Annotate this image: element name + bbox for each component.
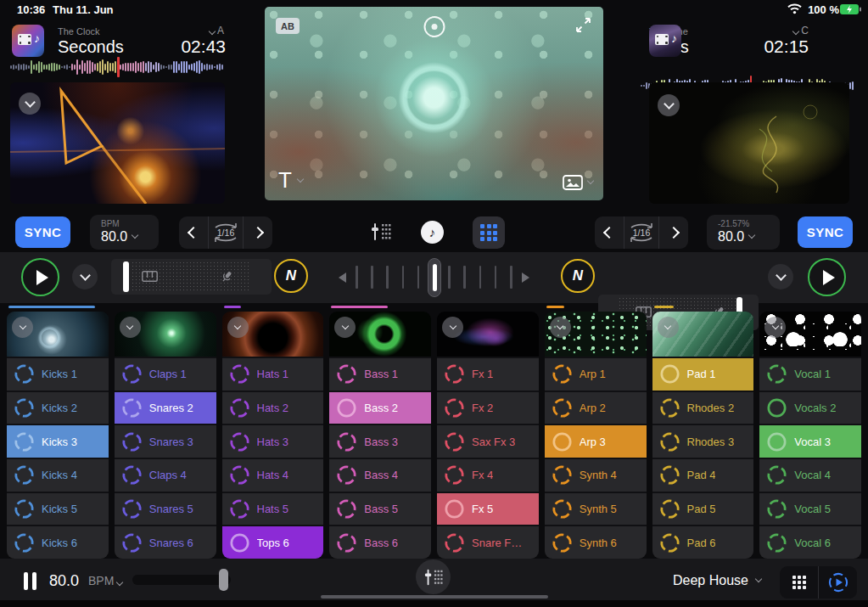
pad-bass-4[interactable]: Bass 4: [329, 459, 431, 492]
deck-a-fx-fader[interactable]: [111, 259, 272, 295]
fx-video-thumbnail[interactable]: [437, 312, 539, 357]
automix-button[interactable]: [819, 566, 857, 599]
deck-a-fx-fader-thumb[interactable]: [123, 261, 129, 292]
pad-tops-6[interactable]: Tops 6: [222, 526, 324, 559]
pad-rhodes-3[interactable]: Rhodes 3: [652, 425, 754, 458]
video-text-tool-button[interactable]: T: [278, 167, 303, 194]
pad-snares-5[interactable]: Snares 5: [115, 493, 216, 526]
master-tempo-slider[interactable]: [132, 575, 231, 585]
deck-b-neural-mix-button[interactable]: N: [561, 259, 595, 293]
deck-a-neural-mix-button[interactable]: N: [274, 259, 308, 293]
pad-vocal-4[interactable]: Vocal 4: [759, 459, 861, 492]
master-pause-button[interactable]: [24, 572, 36, 590]
deck-a-album-art[interactable]: ♪: [12, 25, 44, 57]
pad-vocal-5[interactable]: Vocal 5: [759, 493, 861, 526]
record-target-icon[interactable]: [423, 16, 445, 37]
crossfader[interactable]: [352, 252, 517, 303]
deck-a-video-preview[interactable]: [10, 82, 225, 204]
pad-hats-5[interactable]: Hats 5: [222, 493, 324, 526]
pad-bass-2[interactable]: Bass 2: [329, 392, 431, 424]
pad-kicks-1[interactable]: Kicks 1: [7, 358, 109, 391]
loop-toggle-button[interactable]: 1/16: [209, 216, 243, 249]
column-options-button[interactable]: [227, 317, 249, 338]
pad-fx-2[interactable]: Fx 2: [437, 392, 539, 424]
pad-bass-5[interactable]: Bass 5: [329, 493, 431, 526]
pad-hats-2[interactable]: Hats 2: [222, 392, 324, 424]
pad-arp-3[interactable]: Arp 3: [545, 425, 647, 458]
pad-snares-3[interactable]: Snares 3: [115, 425, 216, 458]
deck-a-selector[interactable]: A: [210, 25, 224, 37]
pad-claps-1[interactable]: Claps 1: [115, 358, 216, 391]
pad-kicks-2[interactable]: Kicks 2: [7, 392, 109, 424]
pad-snares-6[interactable]: Snares 6: [115, 526, 216, 559]
pad-synth-4[interactable]: Synth 4: [545, 459, 647, 492]
column-options-button[interactable]: [658, 317, 679, 338]
pad-snare-f-[interactable]: Snare F…: [437, 526, 539, 559]
pad-kicks-4[interactable]: Kicks 4: [7, 459, 109, 492]
fullscreen-icon[interactable]: [575, 17, 591, 37]
loop-double-button[interactable]: [244, 216, 272, 249]
pad-vocals-2[interactable]: Vocals 2: [759, 392, 861, 424]
pads-view-button[interactable]: [473, 216, 505, 249]
pad-bass-3[interactable]: Bass 3: [329, 425, 431, 458]
pad-vocal-3[interactable]: Vocal 3: [759, 425, 861, 458]
pad-synth-5[interactable]: Synth 5: [545, 493, 647, 526]
pad-bass-1[interactable]: Bass 1: [329, 358, 431, 391]
pad-rhodes-2[interactable]: Rhodes 2: [652, 392, 754, 424]
deck-b-fx-expand-button[interactable]: [768, 264, 793, 289]
column-options-button[interactable]: [442, 317, 463, 338]
crossfade-left-icon[interactable]: [339, 273, 346, 283]
pad-hats-3[interactable]: Hats 3: [222, 425, 324, 458]
deck-b-time[interactable]: 02:15: [764, 37, 809, 56]
video-mix-panel[interactable]: AB T: [265, 7, 603, 200]
column-options-button[interactable]: [12, 317, 33, 338]
loop-halve-button[interactable]: [179, 216, 208, 249]
deck-a-sync-button[interactable]: SYNC: [15, 216, 70, 248]
pad-bass-6[interactable]: Bass 6: [329, 526, 431, 559]
pad-video-thumbnail[interactable]: [652, 312, 754, 357]
pad-sax-fx-3[interactable]: Sax Fx 3: [437, 425, 539, 458]
vocal-video-thumbnail[interactable]: [759, 312, 861, 357]
deck-b-bpm-box[interactable]: -21.57% 80.0: [707, 215, 780, 250]
pad-vocal-6[interactable]: Vocal 6: [759, 526, 861, 559]
crossfader-thumb[interactable]: [428, 258, 441, 297]
genre-selector[interactable]: Deep House: [673, 573, 761, 588]
deck-b-sync-button[interactable]: SYNC: [798, 216, 853, 248]
grid-view-button[interactable]: [780, 566, 818, 599]
crossfade-right-icon[interactable]: [522, 273, 529, 283]
pad-snares-2[interactable]: Snares 2: [115, 392, 216, 424]
column-options-button[interactable]: [550, 317, 571, 338]
pad-arp-2[interactable]: Arp 2: [545, 392, 647, 424]
pad-synth-6[interactable]: Synth 6: [545, 526, 647, 559]
video-visual-source-button[interactable]: [563, 175, 593, 190]
arp-video-thumbnail[interactable]: [545, 312, 647, 357]
pad-pad-6[interactable]: Pad 6: [652, 526, 754, 559]
snares-video-thumbnail[interactable]: [115, 312, 216, 357]
deck-b-play-button[interactable]: [808, 258, 846, 296]
deck-a-waveform[interactable]: [10, 58, 224, 76]
video-ab-blend-button[interactable]: AB: [276, 18, 300, 34]
mixer-panel-button[interactable]: [416, 559, 451, 594]
pad-fx-5[interactable]: Fx 5: [437, 493, 539, 526]
pad-hats-1[interactable]: Hats 1: [222, 358, 324, 391]
deck-a-play-button[interactable]: [21, 258, 59, 296]
pad-claps-4[interactable]: Claps 4: [115, 459, 216, 492]
loop-double-button[interactable]: [659, 216, 688, 249]
column-options-button[interactable]: [764, 317, 786, 338]
loop-halve-button[interactable]: [595, 216, 624, 249]
column-options-button[interactable]: [120, 317, 141, 338]
deck-a-title[interactable]: Seconds: [58, 37, 124, 57]
deck-b-album-art[interactable]: ♪: [649, 25, 681, 57]
deck-b-preview-options-button[interactable]: [658, 94, 680, 116]
pad-hats-4[interactable]: Hats 4: [222, 459, 324, 492]
hats-video-thumbnail[interactable]: [222, 312, 324, 357]
deck-b-video-preview[interactable]: [649, 82, 849, 204]
pad-pad-5[interactable]: Pad 5: [652, 493, 754, 526]
deck-a-time[interactable]: 02:43: [181, 37, 226, 56]
master-bpm-label[interactable]: BPM: [88, 574, 122, 587]
master-tempo-thumb[interactable]: [219, 569, 228, 591]
pad-pad-1[interactable]: Pad 1: [652, 358, 754, 391]
pad-fx-1[interactable]: Fx 1: [437, 358, 539, 391]
pad-kicks-3[interactable]: Kicks 3: [7, 425, 109, 458]
horizontal-scrollbar[interactable]: [321, 595, 548, 599]
